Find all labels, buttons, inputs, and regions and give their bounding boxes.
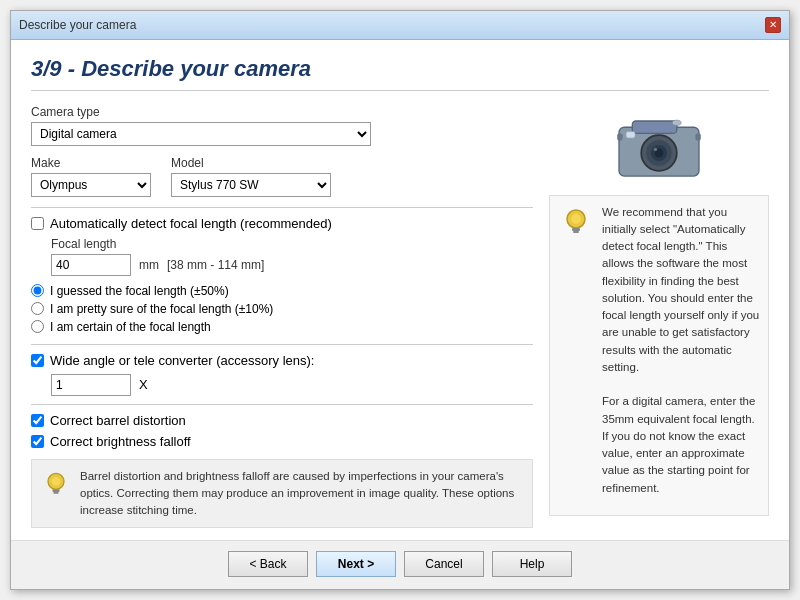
svg-point-10 xyxy=(654,147,658,151)
bottom-bulb-icon xyxy=(40,468,72,500)
svg-rect-5 xyxy=(632,121,676,133)
barrel-distortion-row: Correct barrel distortion xyxy=(31,413,533,428)
right-panel: We recommend that you initially select "… xyxy=(549,105,769,529)
dialog: Describe your camera ✕ 3/9 - Describe yo… xyxy=(10,10,790,591)
focal-length-input[interactable] xyxy=(51,254,131,276)
radio-certain[interactable] xyxy=(31,320,44,333)
converter-input[interactable] xyxy=(51,374,131,396)
camera-illustration xyxy=(609,105,709,185)
brightness-falloff-checkbox[interactable] xyxy=(31,435,44,448)
radio-pretty-sure-label: I am pretty sure of the focal length (±1… xyxy=(50,302,273,316)
focal-length-row: mm [38 mm - 114 mm] xyxy=(51,254,533,276)
wide-angle-section: Wide angle or tele converter (accessory … xyxy=(31,353,533,396)
svg-point-3 xyxy=(52,477,61,486)
auto-detect-checkbox[interactable] xyxy=(31,217,44,230)
cancel-button[interactable]: Cancel xyxy=(404,551,484,577)
wide-angle-label: Wide angle or tele converter (accessory … xyxy=(50,353,314,368)
barrel-distortion-checkbox[interactable] xyxy=(31,414,44,427)
svg-rect-11 xyxy=(626,131,635,137)
title-bar-text: Describe your camera xyxy=(19,18,136,32)
main-area: Camera type Digital camera Film camera O… xyxy=(31,105,769,529)
camera-type-label: Camera type xyxy=(31,105,533,119)
svg-rect-14 xyxy=(695,133,700,140)
focal-unit: mm xyxy=(139,258,159,272)
brightness-falloff-row: Correct brightness falloff xyxy=(31,434,533,449)
svg-rect-16 xyxy=(572,228,580,231)
content-area: 3/9 - Describe your camera Camera type D… xyxy=(11,40,789,541)
converter-input-row: X xyxy=(51,374,533,396)
auto-detect-label: Automatically detect focal length (recom… xyxy=(50,216,332,231)
make-select[interactable]: Olympus Canon Nikon xyxy=(31,173,151,197)
svg-point-18 xyxy=(571,214,581,224)
svg-point-12 xyxy=(672,120,681,125)
brightness-falloff-label: Correct brightness falloff xyxy=(50,434,191,449)
radio-pretty-sure[interactable] xyxy=(31,302,44,315)
radio-row-2: I am pretty sure of the focal length (±1… xyxy=(31,302,533,316)
camera-type-select[interactable]: Digital camera Film camera Other xyxy=(31,122,371,146)
barrel-distortion-label: Correct barrel distortion xyxy=(50,413,186,428)
next-button[interactable]: Next > xyxy=(316,551,396,577)
svg-rect-1 xyxy=(52,489,59,492)
help-button[interactable]: Help xyxy=(492,551,572,577)
radio-row-1: I guessed the focal length (±50%) xyxy=(31,284,533,298)
focal-length-label: Focal length xyxy=(51,237,533,251)
bottom-info-box: Barrel distortion and brightness falloff… xyxy=(31,459,533,529)
radio-row-3: I am certain of the focal length xyxy=(31,320,533,334)
svg-rect-13 xyxy=(617,133,622,140)
model-col: Model Stylus 770 SW Stylus 850 xyxy=(171,156,331,197)
bottom-info-text: Barrel distortion and brightness falloff… xyxy=(80,468,524,520)
radio-group: I guessed the focal length (±50%) I am p… xyxy=(31,284,533,334)
close-button[interactable]: ✕ xyxy=(765,17,781,33)
radio-guessed-label: I guessed the focal length (±50%) xyxy=(50,284,229,298)
make-label: Make xyxy=(31,156,151,170)
focal-length-section: Focal length mm [38 mm - 114 mm] xyxy=(51,237,533,276)
radio-certain-label: I am certain of the focal length xyxy=(50,320,211,334)
right-info-box: We recommend that you initially select "… xyxy=(549,195,769,516)
right-info-text: We recommend that you initially select "… xyxy=(602,204,760,497)
wide-angle-checkbox-row: Wide angle or tele converter (accessory … xyxy=(31,353,533,368)
model-select[interactable]: Stylus 770 SW Stylus 850 xyxy=(171,173,331,197)
make-model-row: Make Olympus Canon Nikon Model Stylus 77… xyxy=(31,156,533,197)
left-panel: Camera type Digital camera Film camera O… xyxy=(31,105,533,529)
svg-rect-17 xyxy=(573,231,579,233)
right-bulb-icon xyxy=(558,204,594,240)
auto-detect-row: Automatically detect focal length (recom… xyxy=(31,216,533,231)
button-row: < Back Next > Cancel Help xyxy=(11,540,789,589)
radio-guessed[interactable] xyxy=(31,284,44,297)
model-label: Model xyxy=(171,156,331,170)
camera-type-group: Camera type Digital camera Film camera O… xyxy=(31,105,533,146)
wide-angle-checkbox[interactable] xyxy=(31,354,44,367)
info-box-top: We recommend that you initially select "… xyxy=(558,204,760,497)
page-title: 3/9 - Describe your camera xyxy=(31,56,769,91)
focal-range: [38 mm - 114 mm] xyxy=(167,258,264,272)
converter-unit: X xyxy=(139,377,148,392)
back-button[interactable]: < Back xyxy=(228,551,308,577)
make-col: Make Olympus Canon Nikon xyxy=(31,156,151,197)
title-bar: Describe your camera ✕ xyxy=(11,11,789,40)
svg-rect-2 xyxy=(53,492,58,494)
